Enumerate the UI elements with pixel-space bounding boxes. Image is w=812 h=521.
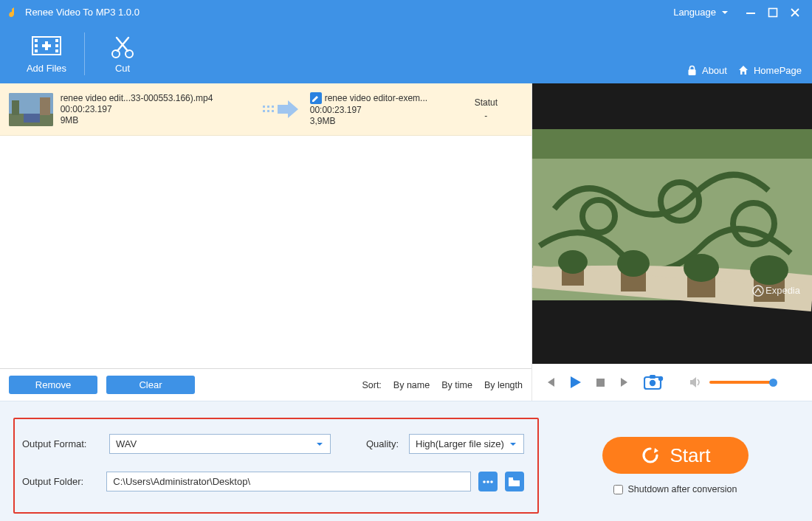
settings-area: Output Format: WAV Quality: High(Larger …	[0, 401, 812, 521]
preview-watermark: Expedia	[765, 285, 801, 296]
language-selector[interactable]: Language	[673, 7, 729, 18]
player-controls	[532, 364, 812, 401]
svg-rect-23	[272, 110, 274, 112]
output-settings-box: Output Format: WAV Quality: High(Larger …	[13, 418, 539, 514]
svg-rect-4	[35, 39, 38, 42]
quality-value: High(Larger file size)	[416, 438, 504, 449]
homepage-label: HomePage	[754, 65, 802, 76]
shutdown-checkbox[interactable]	[613, 485, 623, 494]
svg-point-11	[125, 50, 133, 58]
svg-rect-39	[596, 379, 605, 387]
svg-rect-17	[24, 114, 40, 123]
svg-rect-18	[263, 106, 265, 108]
shutdown-checkbox-row[interactable]: Shutdown after conversion	[613, 484, 737, 494]
app-logo-icon	[6, 6, 19, 19]
toolbar: Add Files Cut About HomePage	[0, 24, 812, 83]
play-button[interactable]	[568, 375, 582, 390]
sort-by-length[interactable]: By length	[484, 380, 523, 390]
svg-point-44	[483, 480, 486, 483]
start-area: Start Shutdown after conversion	[554, 418, 797, 514]
chevron-down-icon	[720, 8, 729, 17]
source-duration: 00:00:23.197	[61, 104, 251, 114]
stop-button[interactable]	[593, 375, 608, 390]
video-preview[interactable]: Expedia	[532, 83, 812, 364]
svg-point-37	[750, 255, 788, 285]
output-folder-input[interactable]	[106, 472, 470, 491]
svg-rect-8	[55, 44, 58, 47]
file-thumbnail	[9, 93, 53, 126]
svg-point-31	[558, 250, 588, 274]
cut-label: Cut	[115, 63, 130, 74]
edit-output-icon[interactable]	[310, 92, 322, 104]
lock-icon	[687, 65, 698, 76]
volume-icon[interactable]	[689, 375, 703, 390]
dest-duration: 00:00:23.197	[310, 105, 442, 115]
sort-label: Sort:	[362, 380, 381, 390]
svg-rect-2	[769, 8, 777, 16]
start-button[interactable]: Start	[602, 437, 749, 474]
filmstrip-plus-icon	[32, 35, 61, 60]
svg-point-33	[617, 250, 650, 277]
output-format-select[interactable]: WAV	[109, 434, 331, 454]
svg-point-0	[9, 13, 13, 17]
app-title: Renee Video To MP3 1.0.0	[25, 7, 140, 18]
svg-rect-5	[35, 44, 38, 47]
file-list-empty-area	[0, 136, 531, 368]
svg-point-10	[112, 50, 120, 58]
titlebar: Renee Video To MP3 1.0.0 Language	[0, 0, 812, 24]
minimize-button[interactable]	[740, 1, 762, 24]
home-icon	[737, 64, 749, 76]
snapshot-button[interactable]	[643, 375, 665, 390]
svg-rect-21	[267, 110, 269, 112]
source-filename: renee video edit...33-000553.166).mp4	[61, 93, 251, 103]
about-label: About	[702, 65, 727, 76]
output-format-label: Output Format:	[22, 438, 102, 449]
dest-filesize: 3,9MB	[310, 116, 442, 126]
status-header: Statut	[450, 97, 523, 108]
chevron-down-icon	[509, 440, 517, 449]
scissors-icon	[109, 35, 136, 60]
output-folder-label: Output Folder:	[22, 476, 99, 487]
maximize-button[interactable]	[762, 1, 784, 24]
toolbar-separator	[84, 32, 85, 75]
svg-rect-9	[55, 49, 58, 52]
svg-point-45	[486, 480, 489, 483]
homepage-link[interactable]: HomePage	[737, 64, 802, 76]
cut-button[interactable]: Cut	[89, 28, 156, 80]
dest-filename: renee video editor-exem...	[325, 93, 427, 103]
svg-rect-6	[35, 49, 38, 52]
sort-by-time[interactable]: By time	[441, 380, 472, 390]
sort-by-name[interactable]: By name	[393, 380, 430, 390]
svg-rect-12	[688, 69, 695, 75]
svg-rect-26	[532, 129, 812, 159]
svg-rect-22	[272, 106, 274, 108]
svg-point-46	[490, 480, 493, 483]
main-area: renee video edit...33-000553.166).mp4 00…	[0, 83, 812, 401]
add-files-button[interactable]: Add Files	[13, 28, 80, 80]
status-value: -	[450, 111, 523, 121]
clear-button[interactable]: Clear	[106, 376, 195, 394]
svg-point-35	[684, 254, 719, 282]
svg-rect-7	[55, 39, 58, 42]
svg-rect-16	[40, 97, 50, 115]
file-list-pane: renee video edit...33-000553.166).mp4 00…	[0, 83, 532, 401]
svg-rect-15	[12, 100, 19, 115]
preview-pane: Expedia	[532, 83, 812, 401]
refresh-icon	[641, 446, 660, 465]
volume-slider[interactable]	[709, 381, 776, 384]
file-row[interactable]: renee video edit...33-000553.166).mp4 00…	[0, 83, 531, 136]
about-link[interactable]: About	[687, 65, 727, 76]
open-folder-button[interactable]	[505, 472, 524, 491]
prev-button[interactable]	[543, 375, 557, 390]
file-list: renee video edit...33-000553.166).mp4 00…	[0, 83, 531, 136]
convert-arrow-icon	[258, 98, 303, 120]
close-button[interactable]	[784, 1, 806, 24]
svg-rect-41	[650, 375, 656, 379]
source-filesize: 9MB	[61, 115, 251, 125]
output-format-value: WAV	[116, 438, 137, 449]
next-button[interactable]	[618, 375, 633, 390]
quality-select[interactable]: High(Larger file size)	[409, 434, 524, 454]
list-footer: Remove Clear Sort: By name By time By le…	[0, 368, 531, 401]
browse-folder-button[interactable]	[478, 472, 498, 491]
remove-button[interactable]: Remove	[9, 376, 97, 394]
